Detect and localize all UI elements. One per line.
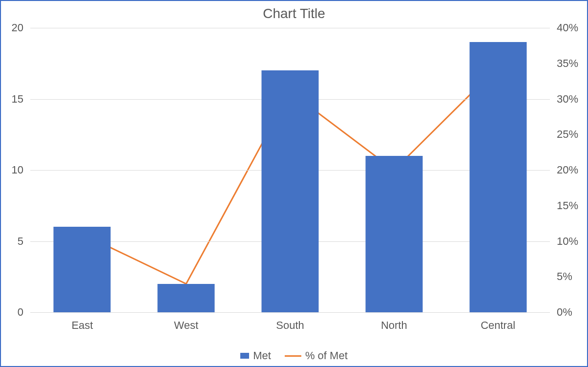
- bar: [469, 42, 526, 312]
- category-label: Central: [446, 319, 550, 332]
- y-right-tick: 10%: [557, 235, 578, 248]
- legend-label-line: % of Met: [305, 349, 348, 362]
- category-label: North: [342, 319, 446, 332]
- y-left-tick: 5: [18, 235, 23, 248]
- legend: Met % of Met: [1, 349, 587, 362]
- y-left-tick: 0: [18, 306, 23, 319]
- category-label: South: [238, 319, 342, 332]
- bar-slot: [30, 28, 134, 312]
- y-right-tick: 15%: [557, 199, 578, 212]
- bar: [365, 156, 422, 312]
- y-left-tick: 20: [12, 22, 23, 34]
- y-right-tick: 0%: [557, 306, 572, 319]
- legend-item-met: Met: [240, 349, 271, 362]
- bar-slot: [342, 28, 446, 312]
- legend-item-pct: % of Met: [285, 349, 348, 362]
- y-right-tick: 40%: [557, 22, 578, 34]
- y-left-tick: 10: [12, 164, 23, 176]
- bar-slot: [446, 28, 550, 312]
- bar: [54, 227, 111, 312]
- category-label: East: [30, 319, 134, 332]
- y-right-tick: 20%: [557, 164, 578, 176]
- legend-swatch-bar: [240, 353, 249, 359]
- y-right-tick: 25%: [557, 128, 578, 141]
- category-label: West: [134, 319, 238, 332]
- bar-slot: [134, 28, 238, 312]
- plot-area: 051015200%5%10%15%20%25%30%35%40%EastWes…: [30, 28, 550, 312]
- legend-swatch-line: [285, 355, 301, 357]
- y-right-tick: 35%: [557, 57, 578, 70]
- bar: [158, 284, 215, 312]
- bar: [261, 70, 318, 312]
- grid-line: [30, 312, 550, 313]
- chart-title: Chart Title: [1, 6, 587, 22]
- chart-frame: Chart Title 051015200%5%10%15%20%25%30%3…: [0, 0, 588, 367]
- bar-slot: [238, 28, 342, 312]
- y-left-tick: 15: [12, 93, 23, 106]
- y-right-tick: 5%: [557, 270, 572, 283]
- y-right-tick: 30%: [557, 93, 578, 106]
- legend-label-bar: Met: [253, 349, 271, 362]
